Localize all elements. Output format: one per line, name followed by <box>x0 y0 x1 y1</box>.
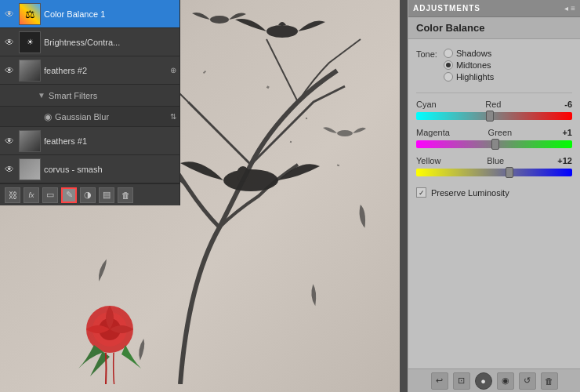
tone-midtones-option[interactable]: Midtones <box>444 60 494 70</box>
yellow-blue-track[interactable] <box>416 169 572 176</box>
fx-button[interactable]: fx <box>24 187 39 203</box>
layer-label-color-balance: Color Balance 1 <box>44 9 176 19</box>
adj-this-layer-button[interactable]: ⊡ <box>453 372 470 390</box>
adjustments-title: ADJUSTMENTS <box>413 4 480 13</box>
layer-corvus[interactable]: 👁 corvus - smash <box>0 155 179 183</box>
preserve-checkbox[interactable]: ✓ <box>416 187 426 198</box>
adjustments-panel: ADJUSTMENTS ◂ ≡ Color Balance Tone: Shad… <box>408 0 580 392</box>
tone-label: Tone: <box>416 49 437 59</box>
layer-brightness[interactable]: 👁 ☀ Brightness/Contra... <box>0 28 179 56</box>
circle-half-icon: ◑ <box>84 190 92 200</box>
highlights-radio[interactable] <box>444 72 453 82</box>
svg-point-5 <box>237 166 249 182</box>
red-label: Red <box>485 100 501 109</box>
magenta-green-thumb[interactable] <box>491 139 499 150</box>
color-balance-title: Color Balance <box>416 22 484 34</box>
mask-icon: ▭ <box>46 190 54 200</box>
green-label: Green <box>488 128 513 137</box>
adj-back-button[interactable]: ↩ <box>431 372 448 390</box>
layer-eye-corvus[interactable]: 👁 <box>3 163 16 176</box>
trash-icon: 🗑 <box>121 191 130 200</box>
layer-label-brightness: Brightness/Contra... <box>44 38 176 47</box>
shadows-radio[interactable] <box>444 49 453 58</box>
smart-filters-row: ▼ Smart Filters <box>0 85 179 107</box>
midtones-radio[interactable] <box>444 60 453 70</box>
tone-highlights-option[interactable]: Highlights <box>444 72 494 82</box>
adj-bottom-toolbar: ↩ ⊡ ● ◉ ↺ 🗑 <box>408 368 580 392</box>
adj-reset-button[interactable]: ↺ <box>519 372 536 390</box>
svg-rect-8 <box>306 118 307 119</box>
cyan-red-thumb[interactable] <box>486 111 494 122</box>
layer-eye-brightness[interactable]: 👁 <box>3 36 16 49</box>
midtones-label: Midtones <box>456 60 491 70</box>
adjustments-header: ADJUSTMENTS ◂ ≡ <box>408 0 580 17</box>
cyan-red-header: Cyan Red -6 <box>416 100 572 109</box>
brush-icon: ✎ <box>66 190 73 200</box>
layer-label-corvus: corvus - smash <box>44 165 176 174</box>
magenta-green-header: Magenta Green +1 <box>416 128 572 137</box>
layer-feathers1[interactable]: 👁 feathers #1 <box>0 127 179 155</box>
layer-thumb-feathers1 <box>19 130 41 152</box>
gaussian-blur-label: Gaussian Blur <box>55 112 109 122</box>
layer-thumb-corvus <box>19 158 41 180</box>
layer-icon-feathers2: ⊕ <box>170 66 176 74</box>
layer-thumb-color-balance: ⚖ <box>19 3 41 25</box>
blur-adjust-icon: ⇅ <box>170 112 176 121</box>
adjustments-body: Tone: Shadows Midtones Highlights <box>408 39 580 207</box>
svg-rect-12 <box>290 141 292 143</box>
mask-button[interactable]: ▭ <box>42 187 58 203</box>
layer-label-feathers1: feathers #1 <box>44 136 176 146</box>
link-icon: ⛓ <box>9 191 17 200</box>
yellow-blue-thumb[interactable] <box>506 167 513 178</box>
magenta-label: Magenta <box>416 128 450 137</box>
svg-rect-10 <box>337 164 340 166</box>
layers-toolbar: ⛓ fx ▭ ✎ ◑ ▤ 🗑 <box>0 183 179 205</box>
yellow-blue-slider-group: Yellow Blue +12 <box>416 156 572 176</box>
highlights-label: Highlights <box>456 72 494 82</box>
layer-color-balance[interactable]: 👁 ⚖ Color Balance 1 <box>0 0 179 28</box>
layer-eye-feathers2[interactable]: 👁 <box>3 64 16 77</box>
cyan-red-slider-group: Cyan Red -6 <box>416 100 572 120</box>
adj-delete-button[interactable]: 🗑 <box>541 372 558 390</box>
tone-radio-group: Shadows Midtones Highlights <box>444 49 494 82</box>
layer-feathers2[interactable]: 👁 feathers #2 ⊕ <box>0 56 179 85</box>
cyan-red-track[interactable] <box>416 112 572 120</box>
view-icon: ◉ <box>502 376 509 386</box>
new-layer-button[interactable]: ▤ <box>99 187 114 203</box>
magenta-green-track[interactable] <box>416 140 572 148</box>
yellow-label: Yellow <box>416 156 440 165</box>
delete-icon: 🗑 <box>545 376 553 386</box>
svg-rect-9 <box>203 71 206 74</box>
brush-button[interactable]: ✎ <box>61 187 77 203</box>
layer-eye-color-balance[interactable]: 👁 <box>3 8 16 20</box>
menu-icon[interactable]: ≡ <box>571 4 575 13</box>
adj-view-button[interactable]: ◉ <box>497 372 514 390</box>
svg-point-6 <box>337 130 353 136</box>
blue-label: Blue <box>487 156 504 165</box>
preserve-luminosity-row[interactable]: ✓ Preserve Luminosity <box>416 187 572 198</box>
header-icons: ◂ ≡ <box>564 4 575 13</box>
adjustments-sub-header: Color Balance <box>408 17 580 39</box>
yellow-blue-value: +12 <box>550 156 572 165</box>
layer-label-feathers2: feathers #2 <box>44 66 169 75</box>
adj-visibility-button[interactable]: ● <box>475 372 492 390</box>
link-layers-button[interactable]: ⛓ <box>5 187 20 203</box>
cyan-red-value: -6 <box>550 100 572 109</box>
tone-shadows-option[interactable]: Shadows <box>444 49 494 58</box>
layer-eye-feathers1[interactable]: 👁 <box>3 135 16 147</box>
cyan-label: Cyan <box>416 100 437 109</box>
shadows-label: Shadows <box>456 49 491 58</box>
adjustment-button[interactable]: ◑ <box>80 187 96 203</box>
layer-thumb-feathers2 <box>19 60 41 82</box>
filter-icon: ◉ <box>44 111 52 122</box>
gaussian-blur-row[interactable]: ◉ Gaussian Blur ⇅ <box>0 107 179 127</box>
collapse-icon[interactable]: ◂ <box>564 4 568 13</box>
reset-icon: ↺ <box>524 376 531 386</box>
magenta-green-slider-group: Magenta Green +1 <box>416 128 572 148</box>
svg-rect-7 <box>266 85 270 89</box>
magenta-green-value: +1 <box>550 128 572 137</box>
fx-icon: fx <box>28 191 34 199</box>
svg-point-4 <box>223 169 278 191</box>
svg-point-1 <box>266 25 298 38</box>
delete-layer-button[interactable]: 🗑 <box>118 187 133 203</box>
